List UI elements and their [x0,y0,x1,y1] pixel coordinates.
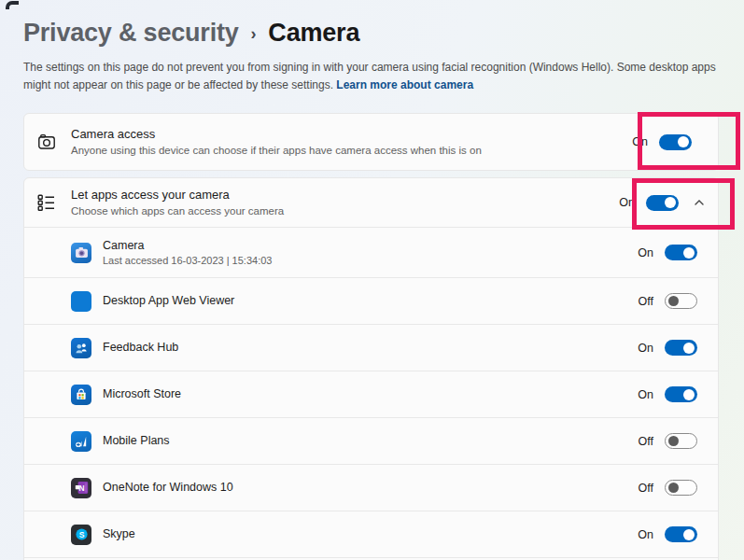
svg-text:S: S [78,530,84,539]
app-row-mobile-plans: Mobile Plans Off [24,417,718,464]
camera-app-icon [71,243,91,263]
app-state-label: On [638,388,653,401]
page-description: The settings on this page do not prevent… [23,59,731,94]
toggle-knob [678,136,689,147]
app-row-camera: Camera Last accessed 16-03-2023 | 15:34:… [24,227,718,277]
breadcrumb-privacy-security[interactable]: Privacy & security [23,19,239,48]
let-apps-subtitle: Choose which apps can access your camera [71,204,284,217]
skype-icon: S [71,525,91,545]
camera-access-state-label: On [632,135,648,148]
camera-access-subtitle: Anyone using this device can choose if t… [71,144,482,157]
mobile-plans-icon [71,431,91,452]
camera-access-toggle[interactable] [659,134,692,150]
app-state-label: Off [639,295,653,308]
let-apps-expander-card: Let apps access your camera Choose which… [23,177,719,560]
app-last-accessed: Last accessed 16-03-2023 | 15:34:03 [103,255,272,266]
camera-access-setting-card: Camera access Anyone using this device c… [23,113,719,171]
camera-outline-icon [36,132,57,152]
app-state-label: Off [639,435,653,448]
breadcrumb-chevron-icon: › [251,24,257,44]
toggle-knob [683,247,695,259]
app-state-label: On [638,246,653,259]
feedback-hub-toggle[interactable] [665,340,697,356]
onenote-toggle[interactable] [665,480,697,496]
desktop-app-web-viewer-icon [71,291,91,312]
toggle-knob [668,436,679,446]
toggle-knob [668,483,679,493]
learn-more-link[interactable]: Learn more about camera [336,78,473,91]
skype-toggle[interactable] [665,526,697,542]
let-apps-toggle[interactable] [646,195,679,211]
toggle-knob [665,197,676,208]
app-name: Skype [103,527,135,542]
page-title: Privacy & security › Camera [23,19,359,48]
onenote-icon: N [71,478,91,498]
app-name: Microsoft Store [103,387,181,402]
mobile-plans-toggle[interactable] [665,433,697,449]
app-state-label: On [638,528,653,541]
camera-app-toggle[interactable] [665,245,697,260]
app-name: Feedback Hub [103,341,178,356]
microsoft-store-icon [71,385,91,405]
cropped-window-fragment [6,1,19,9]
page-title-camera: Camera [268,19,359,48]
let-apps-state-label: On [619,196,635,209]
toggle-knob [668,296,679,306]
feedback-hub-icon [71,338,91,358]
camera-access-title: Camera access [71,127,482,142]
app-state-label: On [638,342,653,355]
app-name: Mobile Plans [103,434,170,449]
app-row-onenote: N OneNote for Windows 10 Off [24,464,718,511]
desktop-app-web-viewer-toggle[interactable] [665,293,697,309]
app-name: Desktop App Web Viewer [103,294,234,309]
let-apps-expander-header[interactable]: Let apps access your camera Choose which… [24,178,718,227]
chevron-up-icon[interactable] [692,195,707,210]
svg-text:N: N [78,483,84,493]
apps-list-icon [36,192,57,213]
app-state-label: Off [639,482,653,495]
app-row-feedback-hub: Feedback Hub On [24,324,718,371]
toggle-knob [683,529,695,540]
toggle-knob [683,343,695,354]
app-name: Camera [103,239,272,254]
app-row-desktop-app-web-viewer: Desktop App Web Viewer Off [24,277,718,324]
app-row-microsoft-store: Microsoft Store On [24,371,718,417]
app-name: OneNote for Windows 10 [103,481,233,496]
toggle-knob [683,389,695,400]
microsoft-store-toggle[interactable] [665,386,697,402]
app-row-skype: S Skype On [24,511,718,557]
let-apps-title: Let apps access your camera [71,188,284,203]
